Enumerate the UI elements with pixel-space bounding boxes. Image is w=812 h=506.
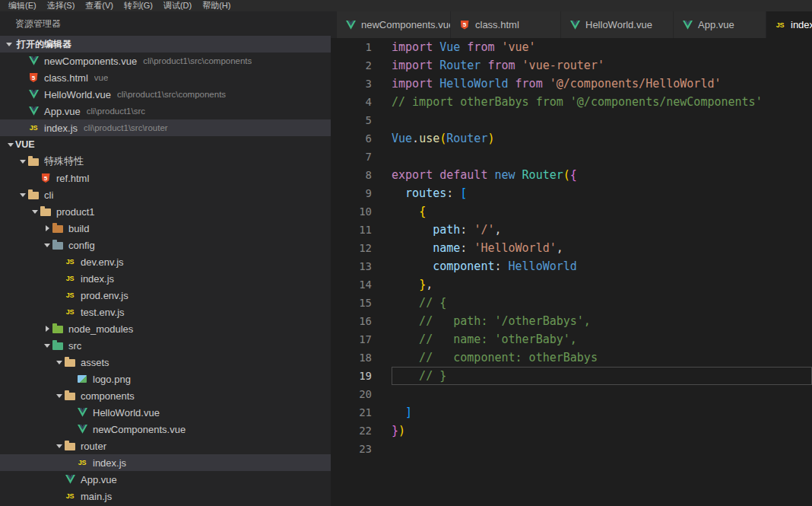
open-editor-item-class-html[interactable]: 5class.htmlvue <box>0 69 331 86</box>
code-line-1[interactable]: 1import Vue from 'vue' <box>331 38 812 56</box>
chevron-expanded-icon[interactable] <box>43 337 52 354</box>
line-number[interactable]: 10 <box>331 202 392 221</box>
line-number[interactable]: 20 <box>331 385 392 403</box>
chevron-expanded-icon[interactable] <box>55 354 64 371</box>
code-line-6[interactable]: 6Vue.use(Router) <box>331 129 812 148</box>
line-number[interactable]: 11 <box>331 221 392 239</box>
code-line-2[interactable]: 2import Router from 'vue-router' <box>331 56 812 75</box>
code-line-10[interactable]: 10 { <box>331 202 812 221</box>
code-line-21[interactable]: 21 ] <box>331 403 812 422</box>
tree-file-test-env-js[interactable]: JStest.env.js <box>0 304 331 320</box>
tree-folder-src[interactable]: src <box>0 337 331 354</box>
tree-folder-build[interactable]: build <box>0 220 331 237</box>
code-line-17[interactable]: 17 // name: 'otherBaby', <box>331 330 812 348</box>
line-number[interactable]: 1 <box>331 38 392 56</box>
tree-file-prod-env-js[interactable]: JSprod.env.js <box>0 287 331 304</box>
chevron-expanded-icon[interactable] <box>18 153 27 170</box>
open-editor-item-index-js[interactable]: JSindex.jscli\product1\src\router <box>0 119 331 136</box>
tab-class-html[interactable]: 5class.html <box>451 11 561 38</box>
tab-helloworld-vue[interactable]: HelloWorld.vue <box>561 11 674 38</box>
line-number[interactable]: 14 <box>331 275 392 294</box>
chevron-expanded-icon[interactable] <box>18 186 27 203</box>
line-number[interactable]: 21 <box>331 403 392 422</box>
tree-folder-config[interactable]: config <box>0 237 331 253</box>
tree-file-dev-env-js[interactable]: JSdev.env.js <box>0 253 331 270</box>
open-editor-item-app-vue[interactable]: App.vuecli\product1\src <box>0 103 331 119</box>
code-line-18[interactable]: 18 // component: otherBabys <box>331 348 812 367</box>
tab-newcomponents-vue[interactable]: newComponents.vue <box>337 11 451 38</box>
line-number[interactable]: 16 <box>331 312 392 330</box>
menu-item-h[interactable]: 帮助(H) <box>197 0 236 11</box>
line-number[interactable]: 17 <box>331 330 392 348</box>
menu-item-e[interactable]: 编辑(E) <box>3 0 42 11</box>
tab-index-js[interactable]: JSindex.js <box>766 11 812 38</box>
chevron-expanded-icon[interactable] <box>6 136 15 153</box>
menu-item-g[interactable]: 转到(G) <box>119 0 158 11</box>
line-number[interactable]: 6 <box>331 129 392 148</box>
tab-app-vue[interactable]: App.vue <box>674 11 766 38</box>
tree-file-index-js[interactable]: JSindex.js <box>0 454 331 471</box>
menu-item-s[interactable]: 选择(S) <box>42 0 81 11</box>
line-number[interactable]: 7 <box>331 148 392 166</box>
code-line-15[interactable]: 15 // { <box>331 294 812 312</box>
code-line-20[interactable]: 20 <box>331 385 812 403</box>
line-number[interactable]: 5 <box>331 111 392 129</box>
line-number[interactable]: 15 <box>331 294 392 312</box>
tab-bar: newComponents.vue5class.htmlHelloWorld.v… <box>331 11 812 38</box>
code-line-23[interactable]: 23 <box>331 440 812 458</box>
line-number[interactable]: 12 <box>331 239 392 257</box>
line-number[interactable]: 4 <box>331 93 392 111</box>
line-number[interactable]: 9 <box>331 184 392 202</box>
code-line-3[interactable]: 3import HelloWorld from '@/components/He… <box>331 75 812 93</box>
chevron-collapsed-icon[interactable] <box>43 320 52 337</box>
line-content: ] <box>392 403 812 422</box>
line-number[interactable]: 22 <box>331 422 392 440</box>
open-editor-item-helloworld-vue[interactable]: HelloWorld.vuecli\product1\src\component… <box>0 86 331 103</box>
line-number[interactable]: 13 <box>331 257 392 275</box>
code-line-5[interactable]: 5 <box>331 111 812 129</box>
tree-file-ref-html[interactable]: 5ref.html <box>0 170 331 186</box>
menu-item-v[interactable]: 查看(V) <box>80 0 119 11</box>
chevron-expanded-icon[interactable] <box>55 438 64 454</box>
code-line-16[interactable]: 16 // path: '/otherBabys', <box>331 312 812 330</box>
menu-item-d[interactable]: 调试(D) <box>158 0 197 11</box>
chevron-expanded-icon[interactable] <box>30 203 40 220</box>
chevron-collapsed-icon[interactable] <box>43 220 52 237</box>
open-editor-item-newcomponents-vue[interactable]: newComponents.vuecli\product1\src\compon… <box>0 53 331 69</box>
code-line-13[interactable]: 13 component: HelloWorld <box>331 257 812 275</box>
tree-folder-components[interactable]: components <box>0 387 331 404</box>
code-line-8[interactable]: 8export default new Router({ <box>331 166 812 184</box>
code-line-7[interactable]: 7 <box>331 148 812 166</box>
chevron-expanded-icon[interactable] <box>43 237 52 253</box>
tree-folder-node-modules[interactable]: node_modules <box>0 320 331 337</box>
tree-file-index-js[interactable]: JSindex.js <box>0 270 331 287</box>
tree-folder-router[interactable]: router <box>0 438 331 454</box>
code-line-19[interactable]: 19 // } <box>331 367 812 385</box>
tree-folder-[interactable]: 特殊特性 <box>0 153 331 170</box>
item-label: product1 <box>56 206 95 218</box>
tree-file-newcomponents-vue[interactable]: newComponents.vue <box>0 421 331 438</box>
line-number[interactable]: 18 <box>331 348 392 367</box>
line-number[interactable]: 23 <box>331 440 392 458</box>
line-number[interactable]: 3 <box>331 75 392 93</box>
code-line-14[interactable]: 14 }, <box>331 275 812 294</box>
tree-folder-vue[interactable]: VUE <box>0 136 331 153</box>
code-line-22[interactable]: 22}) <box>331 422 812 440</box>
code-line-11[interactable]: 11 path: '/', <box>331 221 812 239</box>
code-line-4[interactable]: 4// import otherBabys from '@/components… <box>331 93 812 111</box>
item-label: newComponents.vue <box>93 424 186 435</box>
line-number[interactable]: 2 <box>331 56 392 75</box>
tree-file-main-js[interactable]: JSmain.js <box>0 488 331 504</box>
line-number[interactable]: 19 <box>331 367 392 385</box>
tree-folder-cli[interactable]: cli <box>0 186 331 203</box>
chevron-expanded-icon[interactable] <box>55 387 64 404</box>
tree-folder-assets[interactable]: assets <box>0 354 331 371</box>
code-line-12[interactable]: 12 name: 'HelloWorld', <box>331 239 812 257</box>
code-line-9[interactable]: 9 routes: [ <box>331 184 812 202</box>
tree-file-helloworld-vue[interactable]: HelloWorld.vue <box>0 404 331 421</box>
tree-folder-product1[interactable]: product1 <box>0 203 331 220</box>
tree-file-app-vue[interactable]: App.vue <box>0 471 331 488</box>
open-editors-header[interactable]: 打开的编辑器 <box>0 36 331 53</box>
tree-file-logo-png[interactable]: logo.png <box>0 371 331 387</box>
line-number[interactable]: 8 <box>331 166 392 184</box>
